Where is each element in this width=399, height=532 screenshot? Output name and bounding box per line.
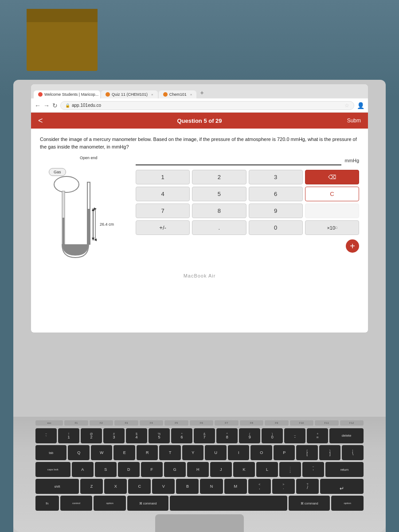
tab-key[interactable]: tab bbox=[35, 445, 66, 460]
key-lbracket[interactable]: {[ bbox=[296, 445, 318, 460]
key-equals[interactable]: += bbox=[307, 428, 328, 443]
key-minus[interactable]: _- bbox=[284, 428, 305, 443]
key-v[interactable]: V bbox=[152, 479, 175, 494]
key-backslash[interactable]: |\ bbox=[342, 445, 364, 460]
key-m[interactable]: M bbox=[224, 479, 247, 494]
key-d[interactable]: D bbox=[118, 462, 140, 477]
key-q[interactable]: Q bbox=[68, 445, 90, 460]
calc-btn-1[interactable]: 1 bbox=[136, 170, 190, 184]
calc-btn-8[interactable]: 8 bbox=[192, 203, 246, 218]
trackpad[interactable] bbox=[155, 514, 244, 532]
f10-key[interactable]: F10 bbox=[290, 420, 313, 426]
key-quote[interactable]: "' bbox=[302, 462, 324, 477]
calc-btn-plusminus[interactable]: +/- bbox=[136, 220, 190, 235]
address-field[interactable]: 🔒 app.101edu.co ☆ bbox=[60, 101, 354, 110]
f11-key[interactable]: F11 bbox=[315, 420, 338, 426]
calc-btn-5[interactable]: 5 bbox=[192, 187, 246, 201]
tab-quiz[interactable]: Quiz 11 (CHEM101) × bbox=[101, 90, 158, 98]
key-backtick[interactable]: ~` bbox=[35, 428, 57, 443]
fn-key-bottom[interactable]: fn bbox=[35, 496, 59, 511]
return-key[interactable]: return bbox=[325, 462, 364, 477]
key-rbracket[interactable]: }] bbox=[319, 445, 341, 460]
key-g[interactable]: G bbox=[164, 462, 186, 477]
f7-key[interactable]: F7 bbox=[215, 420, 238, 426]
key-l[interactable]: L bbox=[256, 462, 278, 477]
key-w[interactable]: W bbox=[91, 445, 113, 460]
f5-key[interactable]: F5 bbox=[164, 420, 188, 426]
key-3[interactable]: #3 bbox=[103, 428, 125, 443]
key-7[interactable]: &7 bbox=[194, 428, 215, 443]
left-shift-key[interactable]: shift bbox=[35, 479, 79, 494]
right-shift-key[interactable]: ↵ bbox=[320, 479, 364, 494]
key-e[interactable]: E bbox=[113, 445, 135, 460]
calc-btn-9[interactable]: 9 bbox=[249, 203, 303, 218]
tab-close-2[interactable]: × bbox=[151, 93, 153, 97]
key-z[interactable]: Z bbox=[80, 479, 103, 494]
key-period[interactable]: >. bbox=[272, 479, 295, 494]
right-option-key[interactable]: option bbox=[331, 496, 364, 511]
key-n[interactable]: N bbox=[200, 479, 223, 494]
quiz-back-button[interactable]: < bbox=[38, 116, 43, 125]
left-control-key[interactable]: control bbox=[60, 496, 93, 511]
new-tab-button[interactable]: + bbox=[197, 89, 206, 96]
calc-btn-0[interactable]: 0 bbox=[249, 220, 303, 235]
f8-key[interactable]: F8 bbox=[240, 420, 263, 426]
back-button[interactable]: ← bbox=[35, 102, 41, 109]
key-o[interactable]: O bbox=[250, 445, 272, 460]
calc-btn-x10n[interactable]: ×10□ bbox=[305, 220, 359, 235]
submit-button[interactable]: Subm bbox=[347, 117, 361, 124]
key-k[interactable]: K bbox=[233, 462, 255, 477]
key-slash[interactable]: ?/ bbox=[296, 479, 319, 494]
calc-btn-6[interactable]: 6 bbox=[249, 187, 303, 201]
caps-lock-key[interactable]: caps lock bbox=[35, 462, 70, 477]
key-9[interactable]: (9 bbox=[239, 428, 260, 443]
key-comma[interactable]: <, bbox=[248, 479, 271, 494]
key-x[interactable]: X bbox=[104, 479, 127, 494]
key-s[interactable]: S bbox=[95, 462, 117, 477]
tab-welcome-students[interactable]: Welcome Students | Maricop... × bbox=[34, 90, 100, 98]
key-0[interactable]: )0 bbox=[262, 428, 283, 443]
esc-key[interactable]: esc bbox=[35, 420, 63, 426]
key-p[interactable]: P bbox=[274, 445, 295, 460]
refresh-button[interactable]: ↻ bbox=[52, 102, 58, 109]
key-j[interactable]: J bbox=[210, 462, 232, 477]
key-4[interactable]: $4 bbox=[126, 428, 147, 443]
f2-key[interactable]: F2 bbox=[90, 420, 113, 426]
key-i[interactable]: I bbox=[228, 445, 250, 460]
key-h[interactable]: H bbox=[187, 462, 209, 477]
key-semicolon[interactable]: :; bbox=[279, 462, 301, 477]
tab-chem101[interactable]: Chem101 × bbox=[159, 90, 197, 98]
key-y[interactable]: Y bbox=[182, 445, 204, 460]
calc-btn-3[interactable]: 3 bbox=[249, 170, 303, 184]
calc-btn-4[interactable]: 4 bbox=[136, 187, 190, 201]
calc-btn-backspace[interactable]: ⌫ bbox=[305, 170, 359, 184]
f3-key[interactable]: F3 bbox=[114, 420, 138, 426]
bookmark-star-icon[interactable]: ☆ bbox=[344, 102, 349, 109]
calc-btn-decimal[interactable]: . bbox=[192, 220, 246, 235]
key-8[interactable]: *8 bbox=[216, 428, 238, 443]
left-command-key[interactable]: ⌘ command bbox=[127, 496, 168, 511]
calc-btn-clear[interactable]: C bbox=[305, 187, 359, 201]
key-b[interactable]: B bbox=[176, 479, 199, 494]
key-f[interactable]: F bbox=[141, 462, 163, 477]
key-t[interactable]: T bbox=[159, 445, 181, 460]
key-1[interactable]: !1 bbox=[58, 428, 79, 443]
key-2[interactable]: @2 bbox=[81, 428, 102, 443]
delete-key[interactable]: delete bbox=[329, 428, 364, 443]
calc-btn-2[interactable]: 2 bbox=[192, 170, 246, 184]
calc-input-field[interactable] bbox=[136, 156, 341, 165]
key-c[interactable]: C bbox=[128, 479, 151, 494]
forward-button[interactable]: → bbox=[43, 102, 50, 109]
key-a[interactable]: A bbox=[72, 462, 94, 477]
right-command-key[interactable]: ⌘ command bbox=[289, 496, 330, 511]
calc-btn-7[interactable]: 7 bbox=[136, 203, 190, 218]
space-key[interactable] bbox=[170, 496, 287, 511]
f12-key[interactable]: F12 bbox=[340, 420, 364, 426]
key-5[interactable]: %5 bbox=[149, 428, 170, 443]
f6-key[interactable]: F6 bbox=[190, 420, 213, 426]
f9-key[interactable]: F9 bbox=[265, 420, 288, 426]
f1-key[interactable]: F1 bbox=[64, 420, 88, 426]
key-r[interactable]: R bbox=[137, 445, 158, 460]
f4-key[interactable]: F4 bbox=[140, 420, 163, 426]
tab-close-3[interactable]: × bbox=[190, 93, 192, 97]
